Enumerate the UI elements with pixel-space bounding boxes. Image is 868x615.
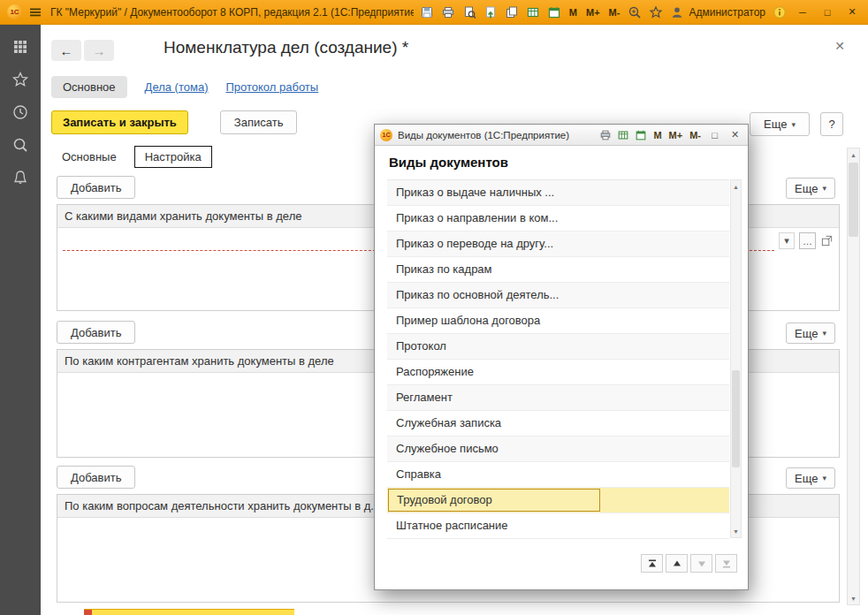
forward-button[interactable]: → (84, 40, 114, 61)
maximize-button[interactable]: □ (707, 130, 722, 140)
settings-tabs: Основные Настройка (58, 146, 212, 168)
list-item[interactable]: Служебное письмо (387, 437, 729, 462)
scroll-up-icon[interactable]: ▲ (731, 180, 741, 193)
chevron-down-icon: ▾ (822, 329, 826, 338)
list-item[interactable]: Приказ по кадрам (387, 257, 729, 283)
sidebar (0, 25, 41, 615)
print-icon[interactable] (599, 129, 612, 141)
list-item[interactable]: Приказ о выдаче наличных ... (387, 180, 729, 206)
back-button[interactable]: ← (51, 40, 81, 61)
scroll-down-icon[interactable]: ▼ (731, 525, 741, 537)
chevron-down-icon: ▾ (822, 474, 826, 482)
move-to-bottom-button[interactable] (715, 554, 737, 573)
save-button[interactable]: Записать (220, 110, 298, 134)
print-icon[interactable] (441, 5, 455, 19)
list-item-selected[interactable]: Трудовой договор (387, 488, 729, 513)
list-item-label: Протокол (396, 339, 446, 353)
move-to-top-icon (647, 558, 658, 569)
favorites-icon[interactable] (11, 71, 29, 88)
scrollbar-thumb[interactable] (732, 370, 740, 467)
choose-button[interactable]: … (799, 232, 816, 249)
minimize-button[interactable]: ─ (794, 7, 811, 18)
copy-icon[interactable] (505, 5, 519, 19)
move-down-button[interactable] (690, 554, 712, 573)
history-icon[interactable] (11, 103, 29, 121)
add-button-section-3[interactable]: Добавить (57, 466, 135, 489)
scrollbar-thumb[interactable] (849, 163, 858, 237)
chevron-down-icon: ▾ (791, 120, 796, 129)
move-to-top-button[interactable] (641, 554, 663, 573)
current-user[interactable]: Администратор (670, 5, 765, 19)
modal-heading: Виды документов (389, 155, 508, 170)
move-up-icon (672, 558, 682, 569)
more-button-label: Еще (795, 182, 818, 195)
save-and-close-button[interactable]: Записать и закрыть (51, 110, 188, 134)
list-item-label: Справка (396, 467, 441, 481)
help-button[interactable]: ? (820, 112, 843, 136)
add-button-section-2[interactable]: Добавить (57, 321, 135, 344)
memory-m-minus-button[interactable]: М- (608, 7, 621, 18)
info-icon[interactable] (773, 5, 787, 19)
list-item[interactable]: Протокол (387, 334, 729, 360)
list-item[interactable]: Пример шаблона договора (387, 308, 729, 334)
zoom-in-icon[interactable] (628, 5, 642, 19)
tab-main[interactable]: Основные (58, 146, 120, 168)
history-nav: ← → (51, 40, 114, 61)
list-item[interactable]: Приказ о направлении в ком... (387, 206, 729, 232)
add-button-section-1[interactable]: Добавить (57, 176, 135, 199)
scroll-down-icon[interactable]: ▼ (848, 592, 859, 604)
more-button-section-3[interactable]: Еще ▾ (786, 467, 835, 489)
modal-titlebar[interactable]: 1С Виды документов (1С:Предприятие) М М+… (375, 125, 748, 146)
memory-m-plus-button[interactable]: М+ (585, 7, 601, 18)
maximize-button[interactable]: □ (819, 7, 836, 18)
list-item-label: Приказ о переводе на другу... (396, 237, 553, 250)
chevron-down-icon: ▾ (822, 184, 826, 193)
list-item-label: Трудовой договор (388, 489, 600, 512)
table-icon[interactable] (526, 5, 540, 19)
form-close-icon[interactable]: ✕ (834, 39, 845, 53)
table-icon[interactable] (617, 129, 629, 141)
more-button-top[interactable]: Еще ▾ (750, 112, 810, 136)
list-item[interactable]: Приказ о переводе на другу... (387, 232, 729, 257)
scroll-up-icon[interactable]: ▲ (848, 148, 859, 161)
calendar-icon[interactable] (547, 5, 561, 19)
app-window: 1С ГК "Меркурий" / Документооборот 8 КОР… (0, 0, 868, 615)
close-button[interactable]: ✕ (727, 129, 742, 140)
list-item-label: Приказ по основной деятель... (396, 288, 559, 301)
dropdown-button[interactable]: ▾ (779, 232, 795, 249)
more-button-section-1[interactable]: Еще ▾ (786, 178, 835, 199)
nav-tab-volumes[interactable]: Дела (тома) (145, 80, 209, 94)
open-icon[interactable] (820, 234, 834, 247)
calendar-icon[interactable] (635, 129, 647, 141)
more-button-label: Еще (764, 118, 787, 131)
form-nav-tabs: Основное Дела (тома) Протокол работы (51, 74, 318, 99)
notifications-bell-icon[interactable] (11, 169, 29, 186)
list-item[interactable]: Распоряжение (387, 360, 729, 385)
apps-grid-icon[interactable] (11, 38, 29, 56)
form-scrollbar[interactable]: ▲ ▼ (847, 148, 860, 605)
move-up-button[interactable] (666, 554, 688, 573)
favorites-star-icon[interactable] (649, 5, 663, 19)
main-menu-icon[interactable] (28, 5, 42, 19)
list-item[interactable]: Штатное расписание (387, 513, 729, 539)
list-scrollbar[interactable]: ▲ ▼ (730, 179, 742, 538)
search-icon[interactable] (11, 136, 29, 154)
more-button-section-2[interactable]: Еще ▾ (786, 323, 835, 344)
memory-m-plus-button[interactable]: М+ (668, 130, 684, 140)
nav-tab-main[interactable]: Основное (51, 76, 127, 98)
list-item-label: Служебная записка (396, 416, 501, 429)
document-type-list: Приказ о выдаче наличных ... Приказ о на… (387, 179, 729, 538)
memory-m-button[interactable]: М (652, 130, 662, 140)
load-icon[interactable] (483, 5, 498, 19)
list-item[interactable]: Служебная записка (387, 411, 729, 437)
memory-m-minus-button[interactable]: М- (689, 130, 702, 140)
memory-m-button[interactable]: М (568, 7, 578, 18)
list-item[interactable]: Регламент (387, 385, 729, 411)
preview-icon[interactable] (462, 5, 476, 19)
close-button[interactable]: ✕ (843, 6, 861, 18)
tab-settings[interactable]: Настройка (134, 146, 212, 168)
list-item[interactable]: Справка (387, 462, 729, 488)
list-item[interactable]: Приказ по основной деятель... (387, 283, 729, 308)
nav-tab-protocol[interactable]: Протокол работы (225, 80, 318, 94)
save-icon[interactable] (420, 5, 434, 19)
